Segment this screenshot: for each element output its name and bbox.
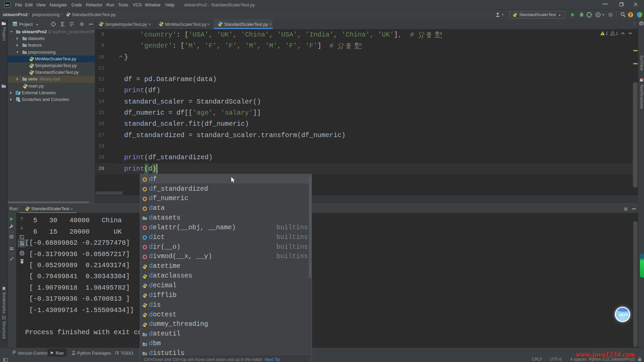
svg-text:PC: PC — [5, 4, 9, 7]
